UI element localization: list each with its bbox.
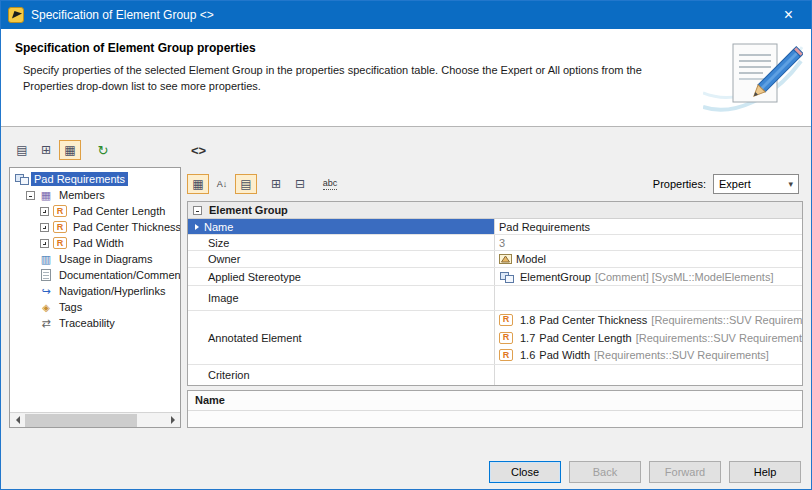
- scroll-right-icon[interactable]: [165, 413, 180, 427]
- tree-item-label: Pad Requirements: [31, 172, 128, 186]
- list-icon: ▤: [240, 178, 251, 190]
- requirement-letter: R: [57, 223, 64, 232]
- selected-row-marker-icon: [195, 224, 199, 230]
- scroll-left-icon[interactable]: [10, 413, 25, 427]
- annotated-element-item[interactable]: R 1.6 Pad Width [Requirements::SUV Requi…: [495, 346, 802, 364]
- property-name-cell[interactable]: Criterion: [188, 365, 495, 385]
- collapse-group-icon[interactable]: [193, 206, 202, 215]
- tree-item-usage-in-diagrams[interactable]: ▥ Usage in Diagrams: [14, 251, 180, 267]
- requirement-id: 1.8: [520, 314, 535, 326]
- property-value-cell[interactable]: [495, 365, 802, 385]
- grid-view-button[interactable]: ▦: [59, 140, 81, 160]
- add-columns-button[interactable]: ⊞: [265, 174, 287, 194]
- grid-columns-button[interactable]: ▦: [187, 174, 209, 194]
- tree-item-label: Documentation/Comments: [56, 268, 180, 282]
- property-value-cell[interactable]: R 1.8 Pad Center Thickness [Requirements…: [495, 311, 802, 364]
- tree-item-pad-center-thickness[interactable]: R Pad Center Thickness: [14, 219, 180, 235]
- tree-item-pad-width[interactable]: R Pad Width: [14, 235, 180, 251]
- element-caption: <>: [191, 143, 206, 158]
- requirement-letter: R: [503, 315, 510, 324]
- property-row-criterion[interactable]: Criterion: [188, 365, 802, 385]
- tree-item-tags[interactable]: ◈ Tags: [14, 299, 180, 315]
- property-name-cell[interactable]: Image: [188, 286, 495, 310]
- property-name-cell[interactable]: Applied Stereotype: [188, 268, 495, 285]
- property-value: Model: [516, 253, 546, 265]
- requirement-icon: R: [499, 349, 513, 361]
- tree-horizontal-scrollbar[interactable]: [10, 412, 180, 427]
- collapse-expander-icon[interactable]: [26, 191, 35, 200]
- expand-expander-icon[interactable]: [40, 207, 49, 216]
- header-description: Specify properties of the selected Eleme…: [1, 55, 669, 95]
- tree-item-navigation-hyperlinks[interactable]: ↪ Navigation/Hyperlinks: [14, 283, 180, 299]
- remove-columns-button[interactable]: ⊟: [289, 174, 311, 194]
- property-row-name[interactable]: Name Pad Requirements: [188, 219, 802, 235]
- tree-item-members[interactable]: ▦ Members: [14, 187, 180, 203]
- add-columns-icon: ⊞: [271, 178, 281, 190]
- forward-button[interactable]: Forward: [649, 461, 721, 483]
- requirement-path: [Requirements::SUV Requirements]: [594, 349, 769, 361]
- form-view-icon: ▤: [16, 144, 27, 156]
- property-row-size[interactable]: Size 3: [188, 235, 802, 251]
- property-value-cell[interactable]: Pad Requirements: [495, 219, 802, 234]
- header-title: Specification of Element Group propertie…: [1, 29, 811, 55]
- navigation-tree: Pad Requirements ▦ Members R Pad Center …: [10, 168, 180, 412]
- group-header-row[interactable]: Element Group: [188, 202, 802, 219]
- close-dialog-button[interactable]: Close: [489, 461, 561, 483]
- element-group-icon: [14, 173, 28, 185]
- tree-view-button[interactable]: ⊞: [35, 140, 57, 160]
- property-value-cell[interactable]: 3: [495, 235, 802, 250]
- property-row-applied-stereotype[interactable]: Applied Stereotype ElementGroup [Comment…: [188, 268, 802, 286]
- property-label: Applied Stereotype: [208, 271, 301, 283]
- abc-icon: abc: [323, 179, 338, 190]
- property-name-cell[interactable]: Size: [188, 235, 495, 250]
- properties-mode-dropdown[interactable]: Expert ▾: [713, 174, 799, 194]
- requirement-id: 1.7: [520, 332, 535, 344]
- property-label: Size: [208, 237, 229, 249]
- sort-alphabetically-button[interactable]: A↓: [211, 174, 233, 194]
- members-icon: ▦: [39, 189, 53, 202]
- requirement-icon: R: [53, 205, 67, 217]
- property-description-panel: Name: [187, 390, 803, 428]
- titlebar[interactable]: Specification of Element Group <> ×: [1, 1, 811, 29]
- tree-view-icon: ⊞: [41, 144, 51, 156]
- tree-item-label: Usage in Diagrams: [56, 252, 156, 266]
- property-value-meta: [Comment] [SysML::ModelElements]: [595, 271, 774, 283]
- property-row-annotated-element[interactable]: Annotated Element R 1.8 Pad Center Thick…: [188, 311, 802, 365]
- tree-item-pad-requirements[interactable]: Pad Requirements: [14, 171, 180, 187]
- properties-toolbar: ▦ A↓ ▤ ⊞ ⊟ abc Properties: Expert ▾: [187, 172, 799, 196]
- requirement-icon: R: [53, 221, 67, 233]
- form-view-button[interactable]: ▤: [11, 140, 33, 160]
- annotated-element-item[interactable]: R 1.8 Pad Center Thickness [Requirements…: [495, 311, 802, 329]
- property-row-owner[interactable]: Owner Model: [188, 251, 802, 268]
- tree-item-traceability[interactable]: ⇄ Traceability: [14, 315, 180, 331]
- help-button[interactable]: Help: [729, 461, 801, 483]
- tree-item-label: Members: [56, 188, 108, 202]
- app-icon: [8, 7, 24, 23]
- tree-item-label: Pad Width: [70, 236, 127, 250]
- tree-item-documentation-comments[interactable]: Documentation/Comments: [14, 267, 180, 283]
- property-value-cell[interactable]: [495, 286, 802, 310]
- property-value-cell[interactable]: Model: [495, 251, 802, 267]
- requirement-letter: R: [57, 207, 64, 216]
- property-row-image[interactable]: Image: [188, 286, 802, 311]
- scrollbar-thumb[interactable]: [25, 414, 137, 427]
- list-view-button[interactable]: ▤: [235, 174, 257, 194]
- property-name-cell[interactable]: Name: [188, 219, 495, 234]
- tree-item-label: Pad Center Thickness: [70, 220, 180, 234]
- tree-item-label: Traceability: [56, 316, 118, 330]
- sort-alphabetical-icon: A↓: [217, 180, 228, 189]
- refresh-button[interactable]: ↻: [92, 140, 114, 160]
- property-name-cell[interactable]: Annotated Element: [188, 311, 495, 364]
- expand-expander-icon[interactable]: [40, 223, 49, 232]
- close-button[interactable]: ×: [766, 1, 811, 29]
- expand-expander-icon[interactable]: [40, 239, 49, 248]
- property-name-cell[interactable]: Owner: [188, 251, 495, 267]
- dropdown-value: Expert: [719, 178, 788, 190]
- back-button[interactable]: Back: [569, 461, 641, 483]
- requirement-name: Pad Center Thickness: [539, 314, 647, 326]
- annotated-element-item[interactable]: R 1.7 Pad Center Length [Requirements::S…: [495, 329, 802, 347]
- show-full-names-button[interactable]: abc: [319, 174, 341, 194]
- property-value-cell[interactable]: ElementGroup [Comment] [SysML::ModelElem…: [495, 268, 802, 285]
- tree-toolbar: ▤ ⊞ ▦ ↻: [11, 140, 114, 160]
- tree-item-pad-center-length[interactable]: R Pad Center Length: [14, 203, 180, 219]
